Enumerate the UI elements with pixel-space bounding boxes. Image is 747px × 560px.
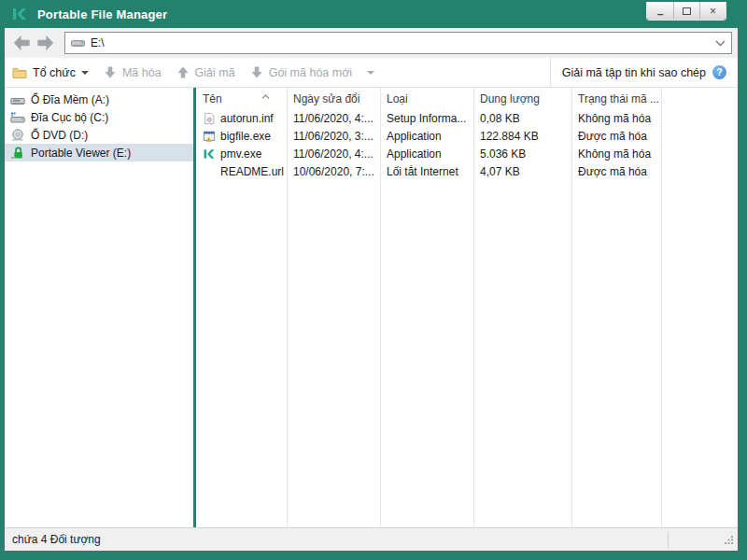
minimize-button[interactable]: – (647, 2, 673, 20)
decrypt-on-copy-section: Giải mã tập tin khi sao chép ? (550, 58, 738, 87)
file-row-autorun-inf[interactable]: autorun.inf 11/06/2020, 4:... Setup Info… (196, 109, 738, 127)
column-header-modified[interactable]: Ngày sửa đổi (287, 92, 380, 105)
address-bar[interactable]: E:\ (64, 32, 732, 54)
organize-caret-icon (81, 71, 89, 75)
navigation-bar: E:\ (5, 28, 738, 58)
decrypt-button[interactable]: Giải mã (176, 65, 235, 79)
forward-button[interactable] (34, 31, 57, 55)
encrypt-label: Mã hóa (122, 66, 162, 79)
sidebar-item-portable-viewer-e[interactable]: Portable Viewer (E:) (5, 144, 193, 161)
lock-drive-icon (10, 146, 25, 161)
close-button[interactable]: × (699, 2, 726, 20)
resize-grip[interactable] (724, 535, 734, 548)
file-encryption-status: Được mã hóa (571, 130, 661, 143)
file-row-pmv-exe[interactable]: pmv.exe 11/06/2020, 4:... Application 5.… (196, 145, 738, 162)
sidebar-item-label: Ổ DVD (D:) (31, 129, 88, 142)
setup-information-file-icon (203, 111, 217, 125)
file-name: pmv.exe (220, 147, 261, 161)
dvd-drive-icon (10, 128, 25, 143)
file-name: autorun.inf (220, 112, 274, 125)
more-actions-caret-icon (367, 71, 374, 75)
sidebar-item-label: Ổ Đĩa Mềm (A:) (31, 93, 109, 106)
sidebar-item-dvd-d[interactable]: Ổ DVD (D:) (5, 126, 193, 144)
file-size: 5.036 KB (473, 147, 571, 161)
folder-icon (12, 66, 27, 79)
file-size: 4,07 KB (473, 165, 571, 178)
kaspersky-file-icon (203, 147, 217, 161)
file-row-readme-url[interactable]: README.url 10/06/2020, 7:... Lối tắt Int… (196, 162, 738, 180)
address-path: E:\ (91, 36, 105, 49)
file-encryption-status: Không mã hóa (571, 112, 661, 125)
drive-icon (71, 37, 85, 49)
file-type: Application (380, 147, 473, 161)
sidebar-item-label: Portable Viewer (E:) (31, 147, 131, 160)
back-arrow-icon (12, 34, 32, 53)
file-name: README.url (220, 165, 284, 178)
blank-file-icon (203, 164, 217, 178)
encrypt-button[interactable]: Mã hóa (104, 65, 162, 79)
window-controls: – × (646, 2, 726, 21)
package-arrow-down-icon (250, 65, 263, 79)
application-file-icon (203, 129, 217, 143)
maximize-button[interactable] (673, 2, 699, 20)
sort-ascending-icon (261, 89, 270, 102)
kaspersky-logo-icon (11, 6, 28, 22)
decrypt-label: Giải mã (195, 66, 235, 79)
file-modified: 11/06/2020, 4:... (287, 112, 380, 125)
toolbar: Tổ chức Mã hóa Giải mã Gói mã hóa mới Gi… (5, 58, 738, 88)
file-row-bigfile-exe[interactable]: bigfile.exe 11/06/2020, 3:... Applicatio… (196, 127, 738, 145)
back-button[interactable] (10, 31, 34, 55)
file-type: Lối tắt Internet (380, 165, 473, 178)
more-actions-button[interactable] (367, 71, 374, 75)
file-list: Tên Ngày sửa đổi Loại Dung lượng Trạng t… (196, 88, 738, 527)
decrypt-on-copy-label: Giải mã tập tin khi sao chép (562, 66, 706, 79)
organize-button[interactable]: Tổ chức (12, 66, 89, 79)
status-bar: chứa 4 Đối tượng (5, 527, 738, 551)
column-separator[interactable] (473, 88, 474, 527)
maximize-icon (683, 7, 691, 15)
column-separator[interactable] (661, 88, 662, 527)
column-separator[interactable] (287, 88, 288, 527)
status-bar-separator (668, 531, 669, 548)
status-text: chứa 4 Đối tượng (12, 533, 101, 546)
sidebar-item-local-disk-c[interactable]: Đĩa Cục bộ (C:) (5, 108, 193, 126)
organize-label: Tổ chức (33, 66, 76, 79)
file-type: Setup Informa... (380, 112, 473, 125)
local-disk-icon (10, 110, 25, 125)
file-size: 0,08 KB (473, 112, 571, 125)
column-header-status[interactable]: Trạng thái mã ... (571, 92, 661, 105)
file-type: Application (380, 130, 473, 143)
column-header-name[interactable]: Tên (196, 92, 287, 105)
column-header-size[interactable]: Dung lượng (473, 92, 571, 105)
minimize-icon: – (657, 8, 664, 20)
sidebar-item-floppy-a[interactable]: Ổ Đĩa Mềm (A:) (5, 91, 193, 108)
window-title: Portable File Manager (37, 7, 167, 21)
chevron-down-icon (715, 40, 726, 47)
main-area: Ổ Đĩa Mềm (A:) Đĩa Cục bộ (C:) Ổ (5, 88, 738, 527)
decrypt-arrow-up-icon (176, 65, 190, 79)
floppy-drive-icon (10, 92, 25, 107)
help-icon[interactable]: ? (712, 65, 726, 79)
file-modified: 11/06/2020, 4:... (287, 147, 380, 161)
new-encrypted-package-button[interactable]: Gói mã hóa mới (250, 65, 352, 79)
column-header-type[interactable]: Loại (380, 92, 473, 105)
file-list-header: Tên Ngày sửa đổi Loại Dung lượng Trạng t… (196, 88, 738, 109)
drive-sidebar: Ổ Đĩa Mềm (A:) Đĩa Cục bộ (C:) Ổ (5, 88, 193, 527)
file-size: 122.884 KB (473, 130, 571, 143)
encrypt-arrow-down-icon (104, 65, 117, 79)
new-encrypted-package-label: Gói mã hóa mới (269, 66, 352, 79)
address-dropdown-button[interactable] (715, 36, 726, 49)
title-bar: Portable File Manager – × (0, 0, 747, 28)
file-name: bigfile.exe (220, 130, 271, 143)
forward-arrow-icon (35, 34, 55, 53)
close-icon: × (710, 6, 716, 17)
file-encryption-status: Được mã hóa (571, 165, 661, 178)
column-separator[interactable] (380, 88, 381, 527)
file-encryption-status: Không mã hóa (571, 147, 661, 161)
sidebar-item-label: Đĩa Cục bộ (C:) (31, 111, 108, 124)
file-modified: 10/06/2020, 7:... (287, 165, 380, 178)
column-separator[interactable] (571, 88, 572, 527)
file-modified: 11/06/2020, 3:... (287, 130, 380, 143)
client-area: E:\ Tổ chức Mã hóa (4, 28, 739, 552)
